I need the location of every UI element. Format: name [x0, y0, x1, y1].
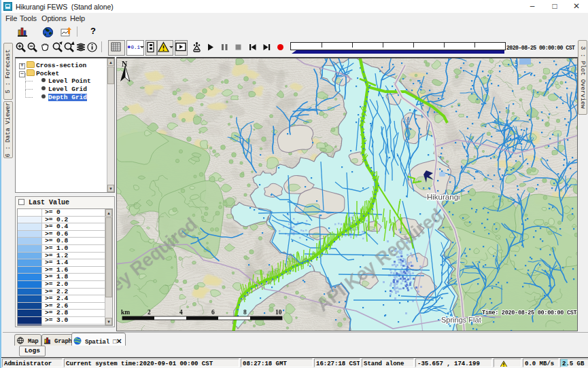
svg-text:Time: 2020-08-25 00:00:00 CST: Time: 2020-08-25 00:00:00 CST [482, 310, 577, 316]
svg-text:10: 10 [275, 309, 282, 316]
svg-text:N: N [122, 60, 128, 68]
svg-text:Hikurangi: Hikurangi [427, 193, 460, 201]
svg-text:SH 1: SH 1 [404, 116, 412, 130]
svg-text:8: 8 [243, 309, 247, 316]
svg-text:km: km [121, 309, 130, 316]
svg-text:6: 6 [211, 309, 215, 316]
svg-text:2: 2 [148, 309, 151, 316]
svg-text:4: 4 [179, 309, 183, 316]
svg-text:Springs Flat: Springs Flat [441, 316, 481, 324]
